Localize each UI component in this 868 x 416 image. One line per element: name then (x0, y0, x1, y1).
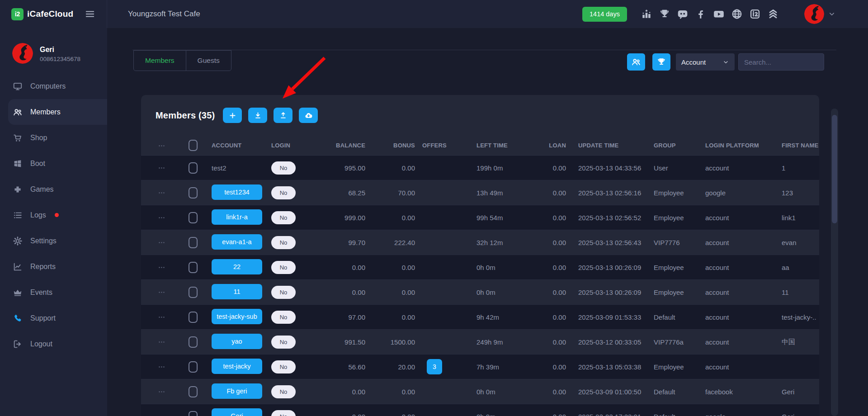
cell-bonus: 1500.00 (367, 338, 417, 346)
cell-left-time: 249h 9m (452, 338, 524, 346)
sidebar-item-events[interactable]: Events (0, 279, 107, 305)
column-header-balance[interactable]: BALANCE (322, 142, 367, 149)
sidebar-item-games[interactable]: Games (0, 176, 107, 202)
icafecloud-badge-icon[interactable] (749, 8, 761, 20)
vertical-scrollbar[interactable] (831, 109, 838, 416)
chevron-down-icon[interactable] (828, 10, 836, 20)
cell-left-time: 99h 54m (452, 214, 524, 222)
row-checkbox[interactable] (189, 187, 198, 199)
sidebar-item-logs[interactable]: Logs (0, 202, 107, 228)
member-account-button[interactable]: evan-a1-a (212, 234, 262, 250)
member-account-button[interactable]: test-jacky (212, 359, 262, 374)
column-header-left_time[interactable]: LEFT TIME (452, 142, 524, 149)
search-input[interactable] (738, 53, 824, 71)
user-avatar[interactable] (804, 4, 824, 24)
column-header-loan[interactable]: LOAN (524, 142, 569, 149)
cell-left-time: 32h 12m (452, 239, 524, 246)
days-remaining-badge[interactable]: 1414 days (582, 7, 627, 22)
cloud-download-button[interactable] (299, 108, 318, 123)
row-checkbox[interactable] (189, 312, 198, 323)
offers-count-badge[interactable]: 3 (427, 359, 442, 374)
sidebar-item-reports[interactable]: Reports (0, 254, 107, 279)
row-menu-button[interactable] (158, 313, 165, 321)
row-menu-button[interactable] (158, 413, 165, 416)
trophy-icon[interactable] (658, 8, 670, 20)
column-header-login[interactable]: LOGIN (268, 142, 322, 149)
add-member-button[interactable] (223, 108, 242, 123)
sidebar-item-logout[interactable]: Logout (0, 331, 107, 357)
row-checkbox[interactable] (189, 361, 198, 373)
row-checkbox[interactable] (189, 212, 198, 223)
tab-members[interactable]: Members (133, 50, 186, 71)
column-header-login_platform[interactable]: LOGIN PLATFORM (701, 142, 778, 149)
row-menu-button[interactable] (158, 164, 165, 172)
select-all-checkbox[interactable] (189, 140, 198, 151)
member-account-button[interactable]: test-jacky-sub (212, 309, 262, 324)
member-account-button[interactable]: Fb geri (212, 383, 262, 399)
facebook-icon[interactable] (694, 8, 707, 20)
rewards-filter-button[interactable] (652, 53, 670, 71)
members-panel: Members (35) ACCOUNTLOGINBALANCEBONUSOFF… (141, 95, 819, 416)
download-members-button[interactable] (248, 108, 267, 123)
row-checkbox[interactable] (189, 262, 198, 273)
sidebar-item-computers[interactable]: Computers (0, 73, 107, 99)
cell-first-name: test-jacky-.. (778, 313, 819, 321)
row-checkbox[interactable] (189, 162, 198, 174)
column-header-group[interactable]: GROUP (649, 142, 701, 149)
account-filter-select[interactable]: Account (676, 53, 735, 71)
member-account-button[interactable]: yao (212, 334, 262, 349)
members-filter-button[interactable] (627, 53, 645, 71)
row-menu-button[interactable] (158, 338, 165, 346)
youtube-icon[interactable] (712, 8, 725, 20)
member-account-button[interactable]: Geri (212, 408, 262, 416)
row-checkbox[interactable] (189, 336, 198, 348)
column-header-bonus[interactable]: BONUS (367, 142, 417, 149)
login-status-badge: No (271, 410, 296, 416)
sidebar-item-shop[interactable]: Shop (0, 125, 107, 151)
row-checkbox[interactable] (189, 386, 198, 397)
column-header-account[interactable]: ACCOUNT (204, 142, 268, 149)
member-account-button[interactable]: test1234 (212, 184, 262, 200)
user-avatar[interactable] (12, 43, 33, 64)
tab-guests[interactable]: Guests (186, 50, 231, 71)
member-account-button[interactable]: 11 (212, 284, 262, 299)
row-menu-button[interactable] (158, 388, 165, 396)
row-menu-button[interactable] (158, 264, 165, 271)
layers-logo-icon[interactable] (767, 8, 779, 20)
row-checkbox[interactable] (189, 411, 198, 416)
globe-icon[interactable] (731, 8, 743, 20)
row-menu-button[interactable] (158, 189, 165, 197)
table-row: test-jacky-subNo97.000.009h 42m0.002025-… (141, 305, 819, 330)
column-header-offers[interactable]: OFFERS (417, 142, 452, 149)
sidebar-item-boot[interactable]: Boot (0, 151, 107, 176)
cell-group: Employee (649, 264, 701, 271)
toolbar-controls: Account (627, 53, 824, 71)
column-header-first_name[interactable]: FIRST NAME (778, 142, 819, 149)
login-status-badge: No (271, 385, 296, 398)
hamburger-menu-icon[interactable] (85, 9, 95, 21)
discord-icon[interactable] (676, 8, 689, 20)
sidebar-item-settings[interactable]: Settings (0, 228, 107, 254)
sidebar-item-support[interactable]: Support (0, 305, 107, 331)
column-header-update_time[interactable]: UPDATE TIME (569, 142, 649, 149)
sidebar-item-members[interactable]: Members (8, 99, 107, 125)
ranking-icon[interactable] (640, 8, 652, 20)
gear-icon (13, 236, 23, 246)
upload-icon (279, 111, 288, 120)
cell-update-time: 2025-03-13 02:56:16 (569, 189, 649, 197)
table-row: test-jackyNo56.6020.0037h 39m0.002025-03… (141, 355, 819, 379)
row-checkbox[interactable] (189, 287, 198, 298)
scrollbar-thumb[interactable] (832, 115, 837, 223)
login-status-badge: No (271, 336, 296, 349)
table-row: 11No0.000.000h 0m0.002025-03-13 00:26:09… (141, 280, 819, 305)
header-checkbox-cell (182, 140, 204, 151)
upload-members-button[interactable] (274, 108, 292, 123)
row-menu-button[interactable] (158, 239, 165, 246)
row-menu-button[interactable] (158, 288, 165, 296)
sidebar-item-label: Logs (30, 211, 46, 219)
row-menu-button[interactable] (158, 214, 165, 222)
row-checkbox[interactable] (189, 237, 198, 248)
member-account-button[interactable]: 22 (212, 259, 262, 274)
member-account-button[interactable]: link1r-a (212, 209, 262, 225)
row-menu-button[interactable] (158, 363, 165, 371)
